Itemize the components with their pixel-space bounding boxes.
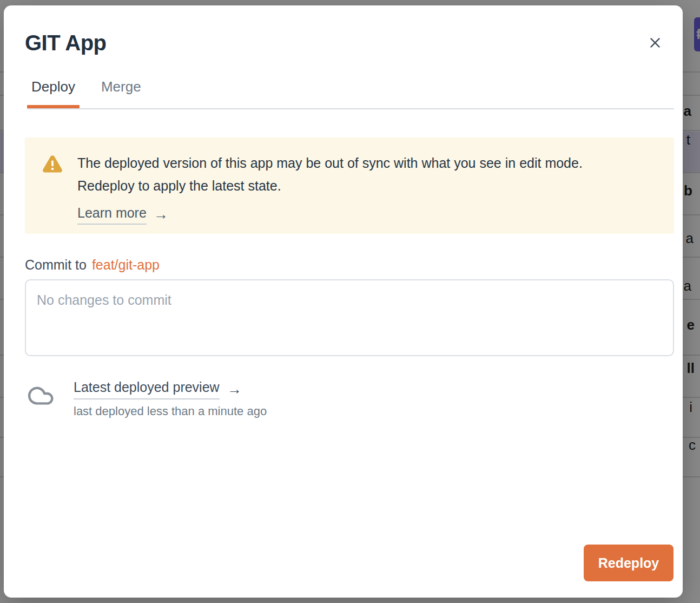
screen: - f a t b a a e ll i c GIT App Deploy Me…	[0, 0, 700, 603]
close-icon	[648, 35, 663, 50]
cloud-icon	[26, 383, 55, 407]
modal-title: GIT App	[25, 30, 107, 56]
branch-name[interactable]: feat/git-app	[92, 257, 160, 272]
warning-icon	[42, 155, 63, 173]
arrow-right-icon: →	[154, 206, 168, 223]
commit-label: Commit tofeat/git-app	[25, 257, 674, 273]
warning-banner: The deployed version of this app may be …	[25, 137, 674, 234]
warning-message-line2: Redeploy to apply the latest state.	[77, 174, 583, 197]
tab-deploy[interactable]: Deploy	[27, 77, 80, 108]
tab-merge[interactable]: Merge	[97, 77, 146, 108]
learn-more-link[interactable]: Learn more	[77, 205, 147, 225]
close-button[interactable]	[645, 33, 665, 53]
deployed-preview-section: Latest deployed preview → last deployed …	[26, 379, 674, 419]
warning-banner-body: The deployed version of this app may be …	[77, 152, 583, 225]
git-app-modal: GIT App Deploy Merge The deployed versio…	[4, 5, 683, 598]
warning-message-line1: The deployed version of this app may be …	[77, 152, 583, 174]
arrow-right-icon: →	[227, 381, 242, 398]
modal-header: GIT App	[25, 30, 665, 56]
deployed-preview-body: Latest deployed preview → last deployed …	[74, 379, 267, 419]
commit-message-input[interactable]	[25, 279, 674, 356]
preview-link-row: Latest deployed preview →	[74, 379, 267, 399]
redeploy-button[interactable]: Redeploy	[584, 545, 673, 581]
commit-label-prefix: Commit to	[25, 257, 87, 272]
last-deployed-status: last deployed less than a minute ago	[74, 404, 267, 419]
learn-more-row: Learn more →	[77, 205, 583, 225]
latest-deployed-preview-link[interactable]: Latest deployed preview	[74, 379, 220, 399]
tab-bar: Deploy Merge	[27, 77, 674, 109]
